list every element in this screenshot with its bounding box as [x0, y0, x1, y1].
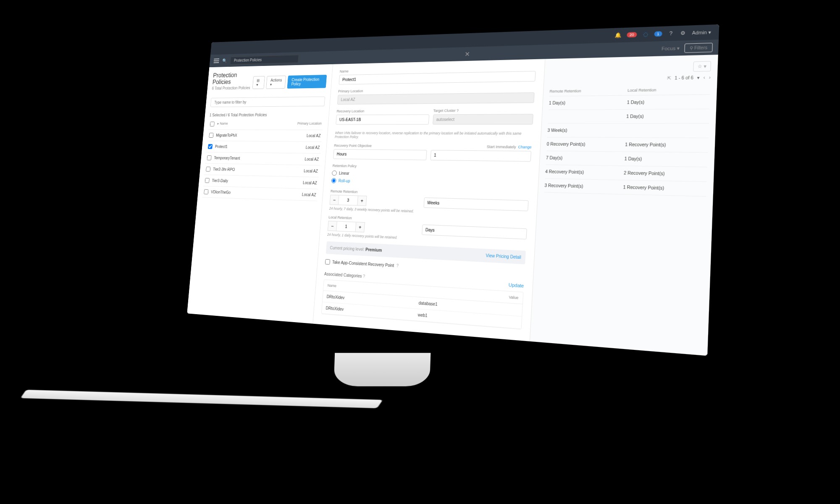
focus-label: Focus [662, 45, 676, 51]
help-icon[interactable]: ? [363, 274, 365, 278]
info-badge[interactable]: 1 [654, 31, 662, 37]
focus-dropdown[interactable]: Focus ▾ [662, 45, 680, 52]
help-icon[interactable]: ? [457, 108, 459, 113]
col-name[interactable]: ▸ Name [217, 121, 293, 127]
actions-dropdown[interactable]: Actions ▾ [266, 76, 286, 89]
row-checkbox[interactable] [207, 155, 211, 160]
remote-value: 3 Week(s) [547, 128, 626, 133]
pager: ⇱ 1 - 6 of 6 ▾ ‹ › [550, 75, 711, 82]
help-icon[interactable]: ? [396, 263, 399, 268]
row-checkbox[interactable] [209, 133, 213, 138]
local-value: 1 Day(s) [627, 99, 710, 105]
retention-rollup-radio[interactable] [331, 178, 336, 184]
user-label: Admin [692, 29, 707, 35]
policy-location: Local AZ [291, 145, 320, 150]
remote-retention-value[interactable] [339, 195, 358, 205]
row-checkbox[interactable] [204, 189, 208, 194]
primary-location-select[interactable] [337, 92, 535, 105]
remote-retention-unit[interactable] [423, 197, 529, 211]
retention-rollup-label: Roll-up [338, 178, 350, 183]
increment-button[interactable]: + [357, 196, 367, 206]
row-checkbox[interactable] [208, 144, 213, 149]
help-icon[interactable]: ? [667, 30, 674, 37]
pricing-detail-link[interactable]: View Pricing Detail [486, 253, 521, 260]
filters-button[interactable]: ⚲ Filters [684, 42, 713, 52]
col-location[interactable]: Primary Location [293, 121, 322, 127]
remote-value: 3 Recovery Point(s) [544, 183, 623, 190]
retention-linear-radio[interactable] [332, 171, 337, 176]
remote-value [548, 114, 627, 119]
table-row[interactable]: Protect1 Local AZ [206, 141, 322, 154]
row-checkbox[interactable] [206, 167, 210, 172]
local-value: 2 Recovery Point(s) [624, 171, 707, 177]
remote-retention-stepper[interactable]: − + [330, 195, 420, 208]
update-link[interactable]: Update [509, 282, 524, 289]
policy-name: Tier3-Daily [212, 178, 288, 184]
app-consistent-checkbox[interactable] [325, 259, 330, 265]
decrement-button[interactable]: − [330, 195, 339, 205]
select-all-checkbox[interactable] [210, 122, 215, 127]
page-title: Protection Policies [212, 71, 252, 86]
create-policy-button[interactable]: Create Protection Policy [287, 75, 327, 89]
target-cluster-select[interactable] [433, 114, 533, 124]
name-input[interactable] [339, 71, 536, 85]
alert-badge[interactable]: 20 [627, 32, 637, 37]
selection-summary: 1 Selected / 6 Total Protection Policies [209, 110, 324, 119]
prev-page-icon[interactable]: ‹ [704, 75, 705, 80]
policy-location: Local AZ [290, 157, 319, 161]
search-icon[interactable]: 🔍 [222, 58, 227, 63]
local-retention-stepper[interactable]: − + [328, 221, 418, 235]
bell-icon[interactable]: 🔔 [615, 32, 622, 38]
info-circle-icon[interactable]: ◌ [642, 31, 649, 37]
target-cluster-label: Target Cluster ? [433, 108, 533, 113]
local-value: 1 Day(s) [624, 156, 707, 162]
row-checkbox[interactable] [205, 178, 210, 183]
user-menu[interactable]: Admin ▾ [692, 29, 711, 36]
policy-table-body: MigrateToPhX Local AZ Protect1 Local AZ … [202, 130, 323, 201]
grid-toggle-button[interactable]: ⊞ ▾ [252, 76, 265, 89]
pricing-level: Premium [365, 247, 382, 253]
close-icon[interactable]: ✕ [465, 50, 470, 58]
rpo-value-input[interactable] [430, 150, 531, 162]
decrement-button[interactable]: − [328, 221, 337, 231]
policy-list-panel: Protection Policies 6 Total Protection P… [187, 64, 333, 324]
change-link[interactable]: Change [518, 145, 532, 149]
policy-name: TemporaryTenant [214, 156, 290, 161]
breadcrumb[interactable]: Protection Policies [230, 55, 299, 64]
export-icon[interactable]: ⇱ [667, 76, 671, 81]
rpo-unit-select[interactable] [333, 149, 427, 160]
associated-categories-label: Associated Categories [324, 271, 362, 278]
primary-location-label: Primary Location [338, 87, 535, 93]
policy-name: MigrateToPhX [216, 133, 292, 138]
local-retention-value[interactable] [336, 221, 356, 232]
local-value: 1 Day(s) [626, 114, 709, 119]
app-consistent-label: Take App-Consistent Recovery Point [332, 260, 394, 268]
hamburger-icon[interactable] [214, 58, 219, 63]
gear-icon[interactable]: ⚙ [680, 30, 686, 36]
col-remote-retention: Remote Retention [549, 88, 627, 94]
local-value: 1 Recovery Point(s) [625, 142, 708, 148]
retention-row: 3 Week(s) [547, 123, 709, 138]
policy-name: Tier2-3hr-RPO [213, 167, 289, 173]
recovery-location-select[interactable] [336, 114, 429, 124]
next-page-icon[interactable]: › [709, 75, 711, 80]
content-area: Protection Policies 6 Total Protection P… [187, 55, 718, 356]
assoc-col-name: Name [327, 283, 336, 288]
table-row[interactable]: MigrateToPhX Local AZ [207, 130, 322, 142]
retention-row: 1 Day(s)1 Day(s) [549, 95, 710, 110]
assoc-col-value: Value [509, 295, 518, 300]
col-local-retention: Local Retention [627, 87, 710, 92]
increment-button[interactable]: + [355, 222, 365, 232]
policy-name: VDIonTheGo [211, 190, 288, 196]
filter-input[interactable] [210, 97, 325, 107]
local-value: 1 Recovery Point(s) [623, 185, 706, 192]
page-subtitle: 6 Total Protection Policies [212, 86, 250, 90]
table-row[interactable]: VDIonTheGo Local AZ [202, 186, 318, 201]
associated-categories-table: Name Value DRtoXidevdatabase1DRtoXidevwe… [321, 279, 524, 329]
favorite-button[interactable]: ☆ ▾ [693, 61, 711, 71]
failover-helper: When VMs failover to recovery location, … [335, 131, 533, 140]
remote-value: 4 Recovery Point(s) [545, 169, 624, 176]
retention-linear-label: Linear [339, 171, 349, 176]
remote-value: 0 Recovery Point(s) [546, 142, 625, 147]
remote-value: 1 Day(s) [549, 100, 627, 105]
